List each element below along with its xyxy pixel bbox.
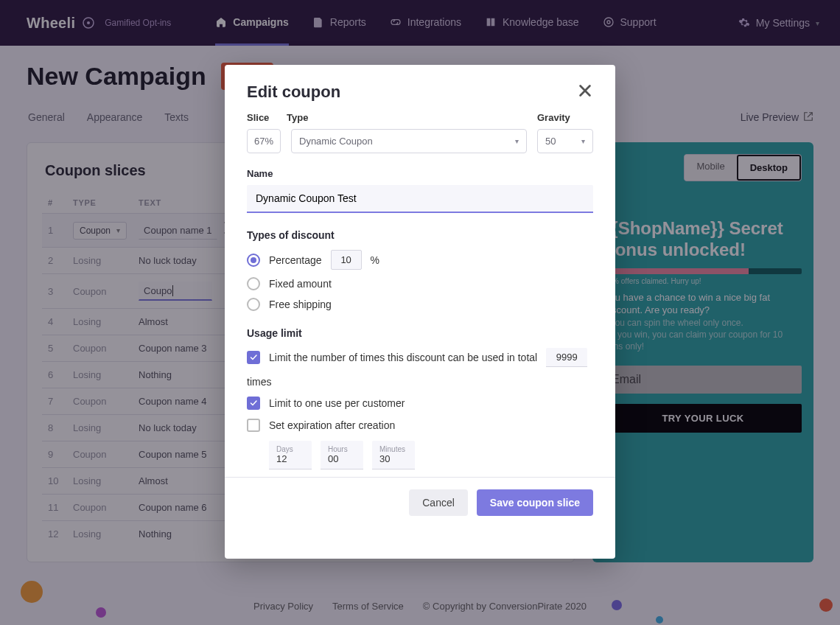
modal-title: Edit coupon	[247, 83, 340, 102]
limit-suffix: times	[247, 376, 271, 388]
option-free-shipping[interactable]: Free shipping	[247, 298, 593, 311]
checkbox-empty-icon	[247, 419, 260, 432]
label-slice: Slice	[247, 112, 276, 123]
save-coupon-slice-button[interactable]: Save coupon slice	[477, 489, 593, 516]
expiry-minutes-input[interactable]: Minutes 30	[372, 441, 415, 469]
close-icon[interactable]	[577, 83, 593, 102]
label-gravity: Gravity	[537, 112, 593, 123]
option-fixed-amount[interactable]: Fixed amount	[247, 277, 593, 290]
type-select[interactable]: Dynamic Coupon ▾	[291, 129, 527, 153]
option-percentage[interactable]: Percentage 10 %	[247, 250, 593, 270]
radio-icon	[247, 254, 260, 267]
chevron-down-icon: ▾	[581, 137, 585, 145]
radio-icon	[247, 298, 260, 311]
cancel-button[interactable]: Cancel	[409, 489, 468, 516]
modal-footer: Cancel Save coupon slice	[225, 477, 615, 528]
modal-overlay: Edit coupon Slice Type Gravity 67% Dynam…	[0, 0, 840, 625]
limit-total-checkbox[interactable]: Limit the number of times this discount …	[247, 348, 593, 388]
expiry-hours-input[interactable]: Hours 00	[321, 441, 363, 469]
radio-icon	[247, 277, 260, 290]
edit-coupon-modal: Edit coupon Slice Type Gravity 67% Dynam…	[225, 65, 615, 559]
expiration-fields: Days 12 Hours 00 Minutes 30	[269, 441, 593, 469]
percentage-value-input[interactable]: 10	[331, 250, 362, 270]
checkbox-checked-icon	[247, 351, 260, 364]
chevron-down-icon: ▾	[515, 137, 519, 145]
set-expiration-checkbox[interactable]: Set expiration after creation	[247, 419, 593, 432]
expiry-days-input[interactable]: Days 12	[269, 441, 312, 469]
slice-field[interactable]: 67%	[247, 129, 281, 153]
limit-total-input[interactable]: 9999	[546, 348, 587, 367]
label-type: Type	[287, 112, 527, 123]
checkbox-checked-icon	[247, 397, 260, 410]
gravity-select[interactable]: 50 ▾	[537, 129, 593, 153]
percentage-suffix: %	[371, 254, 379, 266]
limit-one-per-customer-checkbox[interactable]: Limit to one use per customer	[247, 397, 593, 410]
name-label: Name	[247, 168, 593, 179]
coupon-name-input[interactable]	[247, 185, 593, 213]
usage-heading: Usage limit	[247, 327, 593, 339]
discount-heading: Types of discount	[247, 229, 593, 241]
